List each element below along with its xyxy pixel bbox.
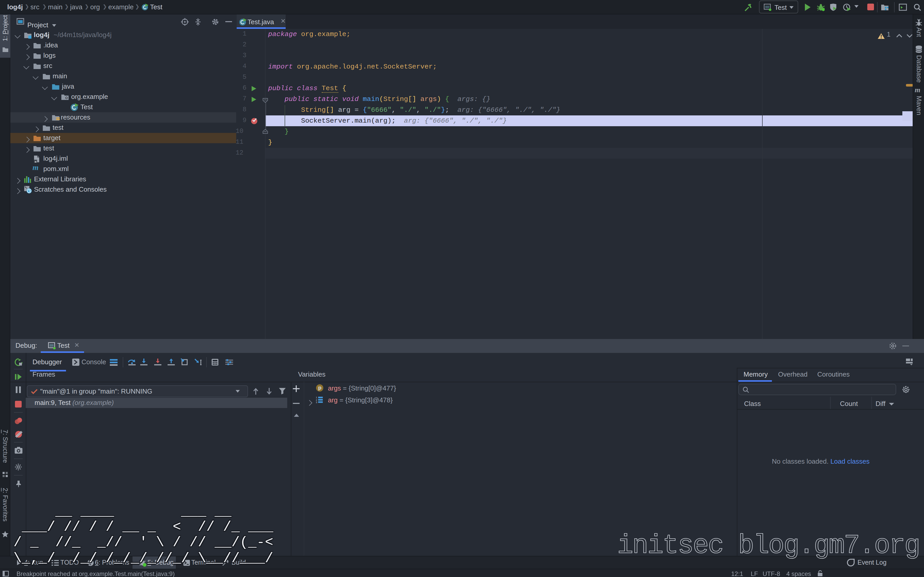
svg-text:3: 3 [316,401,317,403]
svg-text:1: 1 [316,396,317,399]
